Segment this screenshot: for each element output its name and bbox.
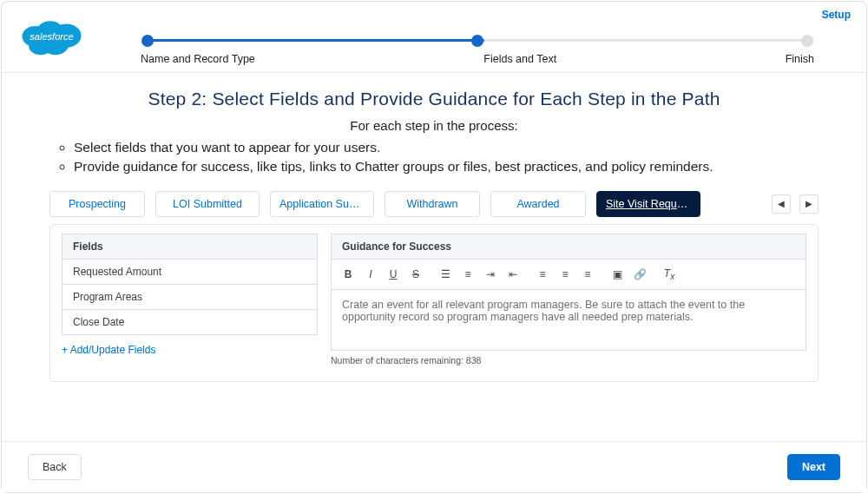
step-dot-1 [141,35,154,47]
bold-button[interactable]: B [337,265,359,284]
align-left-icon: ≡ [539,268,545,280]
strike-icon: S [412,268,419,280]
image-icon: ▣ [613,268,622,280]
subheading: For each step in the process: [49,118,819,133]
underline-icon: U [390,268,398,280]
bullet-list-button[interactable]: ☰ [434,265,457,284]
stage-tab-application-submitted[interactable]: Application Sub… [270,191,374,217]
setup-link[interactable]: Setup [822,9,851,21]
stage-tab-site-visit-requested[interactable]: Site Visit Reques… [596,191,700,217]
instruction-item: Provide guidance for success, like tips,… [74,157,819,176]
field-item[interactable]: Close Date [62,310,318,335]
step-label-2: Fields and Text [483,53,556,65]
step-dot-3 [801,35,813,47]
outdent-icon: ⇤ [509,268,517,280]
align-right-button[interactable]: ≡ [576,265,599,284]
page-title: Step 2: Select Fields and Provide Guidan… [49,89,819,109]
align-right-icon: ≡ [584,268,590,280]
italic-icon: I [369,268,372,280]
salesforce-logo: salesforce [15,10,89,63]
link-button[interactable]: 🔗 [628,265,651,284]
field-item[interactable]: Program Areas [62,285,318,310]
editor-toolbar: B I U S ☰ ≡ ⇥ ⇤ ≡ ≡ ≡ ▣ 🔗 [331,260,806,290]
step-label-3: Finish [786,53,814,65]
link-icon: 🔗 [634,268,647,280]
align-center-button[interactable]: ≡ [554,265,576,284]
svg-text:salesforce: salesforce [30,31,73,42]
outdent-button[interactable]: ⇤ [502,265,524,284]
clear-format-icon: Tx [664,267,674,281]
strike-button[interactable]: S [404,265,427,284]
fields-header: Fields [62,234,318,260]
stage-prev-button[interactable]: ◀ [772,194,791,214]
underline-button[interactable]: U [382,265,404,284]
align-left-button[interactable]: ≡ [531,265,554,284]
field-item[interactable]: Requested Amount [62,260,318,285]
chevron-left-icon: ◀ [778,200,785,208]
step-label-1: Name and Record Type [141,53,255,65]
step-dot-2 [471,35,483,47]
numbered-list-icon: ≡ [464,268,470,280]
instruction-item: Select fields that you want to appear fo… [74,138,819,157]
stage-next-button[interactable]: ▶ [799,194,819,214]
stage-tab-withdrawn[interactable]: Withdrawn [385,191,480,217]
chevron-right-icon: ▶ [806,200,812,208]
indent-button[interactable]: ⇥ [479,265,502,284]
clear-format-button[interactable]: Tx [658,265,681,284]
stage-tab-prospecting[interactable]: Prospecting [49,191,145,217]
numbered-list-button[interactable]: ≡ [457,265,479,284]
back-button[interactable]: Back [28,454,82,480]
stage-tab-loi-submitted[interactable]: LOI Submitted [155,191,260,217]
bold-icon: B [345,268,352,280]
char-count: Number of characters remaining: 838 [331,355,806,366]
align-center-icon: ≡ [562,268,568,280]
guidance-editor[interactable]: Crate an event for all relevant program … [331,290,806,351]
guidance-header: Guidance for Success [331,234,806,260]
italic-button[interactable]: I [359,265,382,284]
add-update-fields-link[interactable]: + Add/Update Fields [62,344,155,356]
next-button[interactable]: Next [787,454,840,480]
wizard-stepper: Name and Record Type Fields and Text Fin… [89,10,866,65]
bullet-list-icon: ☰ [441,268,450,280]
stage-tab-awarded[interactable]: Awarded [490,191,586,217]
indent-icon: ⇥ [486,268,495,280]
image-button[interactable]: ▣ [606,265,628,284]
